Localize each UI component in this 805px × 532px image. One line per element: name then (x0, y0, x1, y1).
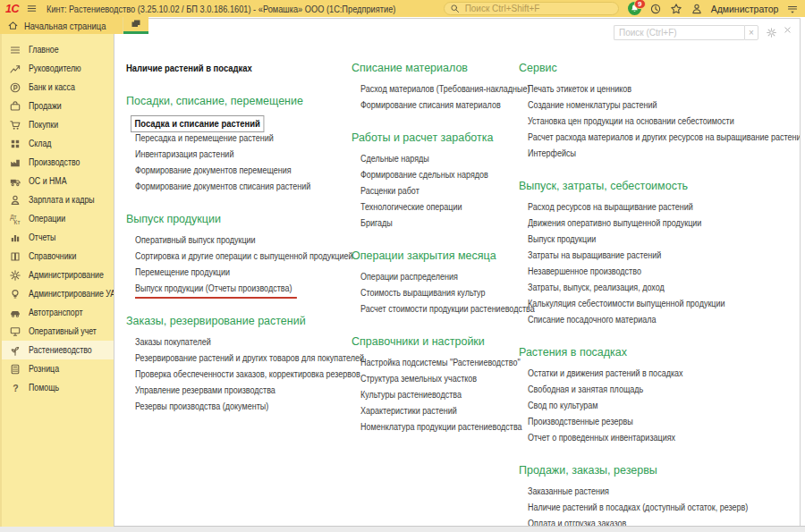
menu-item[interactable]: Расчет расхода материалов и других ресур… (519, 131, 787, 147)
main-menu-icon[interactable] (26, 3, 38, 14)
menu-item[interactable]: Свободная и занятая площадь (519, 383, 787, 399)
panel-gear-icon[interactable] (766, 27, 777, 38)
menu-item[interactable]: Незавершенное производство (519, 265, 787, 281)
menu-item[interactable]: Инвентаризация растений (126, 148, 350, 164)
sidebar-item-manager[interactable]: Руководителю (2, 59, 114, 78)
current-user[interactable]: Администратор (711, 4, 779, 14)
sidebar-item-label: Отчеты (29, 232, 55, 242)
menu-item[interactable]: Заказанные растения (519, 485, 787, 501)
menu-item[interactable]: Настройка подсистемы "Растениеводство" (352, 356, 535, 372)
menu-item[interactable]: Номенклатура продукции растениеводства (352, 420, 535, 436)
menu-item[interactable]: Бригады (352, 216, 535, 232)
menu-item[interactable]: Производственные резервы (519, 415, 787, 431)
sidebar-item-main[interactable]: Главное (2, 40, 114, 59)
menu-item[interactable]: Операции распределения (352, 270, 535, 286)
menu-item-label: Движения оперативно выпущенной продукции (528, 216, 701, 230)
menu-item-label: Формирование документов перемещения (135, 164, 292, 177)
sidebar-item-bank-cash[interactable]: Банк и касса (2, 78, 114, 97)
tab-home-page[interactable]: Начальная страница (0, 17, 123, 34)
menu-item[interactable]: Свод по культурам (519, 399, 787, 415)
menu-item[interactable]: Интерфейсы (519, 147, 787, 163)
menu-section: Растения в посадкахОстатки и движения ра… (519, 346, 787, 447)
sidebar-item-crop-production[interactable]: Растениеводство (2, 341, 114, 359)
menu-item[interactable]: Пересадка и перемещение растений (126, 131, 350, 148)
menu-item-label: Расход материалов (Требования-накладные) (360, 82, 530, 96)
menu-item[interactable]: Движения оперативно выпущенной продукции (519, 216, 787, 232)
menu-item[interactable]: Формирование документов списания растени… (126, 180, 350, 196)
menu-item[interactable]: Культуры растениеводства (352, 388, 535, 404)
menu-item[interactable]: Управление резервами производства (126, 384, 350, 400)
global-search-input[interactable] (463, 3, 613, 14)
sidebar-item-purchases[interactable]: Покупки (2, 115, 114, 134)
menu-item[interactable]: Формирование документов перемещения (126, 164, 350, 180)
sidebar-item-fixed-assets[interactable]: ОС и НМА (2, 172, 114, 190)
sidebar-item-operations[interactable]: ДтКтОперации (2, 209, 114, 228)
menu-item-label: Характеристики растений (360, 404, 457, 418)
sidebar-item-operational-accounting[interactable]: Оперативный учет (2, 322, 114, 341)
sidebar-item-help[interactable]: ?Помощь (2, 378, 114, 397)
menu-item[interactable]: Заказы покупателей (126, 335, 350, 351)
menu-item-label: Выпуск продукции (528, 232, 596, 246)
panel-close-icon[interactable] (783, 25, 792, 35)
menu-item[interactable]: Установка цен продукции на основании себ… (519, 114, 787, 131)
menu-item-label: Пересадка и перемещение растений (135, 131, 274, 145)
tab-active-section[interactable] (123, 17, 148, 34)
sidebar-item-catalogs[interactable]: Справочники (2, 247, 114, 266)
sidebar-item-sales[interactable]: Продажи (2, 97, 114, 115)
menu-item[interactable]: Характеристики растений (352, 404, 535, 420)
menu-item[interactable]: Структура земельных участков (352, 372, 535, 388)
menu-item[interactable]: Технологические операции (352, 200, 535, 216)
menu-item[interactable]: Расценки работ (352, 184, 535, 200)
panel-search-input[interactable] (614, 25, 744, 40)
sidebar-item-production[interactable]: Производство (2, 153, 114, 172)
menu-item[interactable]: Формирование списания материалов (352, 98, 535, 114)
menu-item-label: Остатки и движения растений в посадках (528, 367, 683, 380)
menu-item[interactable]: Посадка и списание растений (126, 115, 350, 131)
menu-item[interactable]: Расход ресурсов на выращивание растений (519, 200, 787, 216)
favorites-star-icon[interactable] (670, 3, 682, 15)
menu-item[interactable]: Сортировка и другие операции с выпущенно… (126, 249, 350, 266)
menu-item[interactable]: Расчет стоимости продукции растениеводст… (352, 302, 535, 318)
menu-item[interactable]: Перемещение продукции (126, 266, 350, 282)
sidebar-item-label: Автотранспорт (29, 308, 82, 317)
menu-item-label: Формирование сдельных нарядов (360, 168, 488, 182)
menu-item[interactable]: Остатки и движения растений в посадках (519, 367, 787, 383)
sidebar-item-warehouse[interactable]: Склад (2, 134, 114, 153)
global-search[interactable] (444, 2, 619, 15)
menu-item[interactable]: Создание номенклатуры растений (519, 98, 787, 114)
menu-item[interactable]: Выпуск продукции (519, 232, 787, 249)
menu-item[interactable]: Формирование сдельных нарядов (352, 168, 535, 184)
menu-item[interactable]: Оперативный выпуск продукции (126, 233, 350, 249)
section-header: Продажи, заказы, резервы (519, 464, 787, 477)
menu-item[interactable]: Калькуляция себестоимости выпущенной про… (519, 297, 787, 313)
menu-item[interactable]: Расход материалов (Требования-накладные) (352, 82, 535, 98)
menu-item[interactable]: Выпуск продукции (Отчеты производства) (126, 282, 350, 298)
sidebar-item-transport[interactable]: Автотранспорт (2, 303, 114, 322)
sidebar-item-label: Администрирование УАУ (29, 289, 114, 299)
menu-item[interactable]: Проверка обеспеченности заказов, коррект… (126, 367, 350, 384)
menu-item[interactable]: Наличие растений в посадках (126, 62, 350, 78)
briefcase-icon (9, 100, 21, 113)
notifications-bell-icon[interactable]: 9 (628, 2, 641, 15)
sidebar-item-payroll[interactable]: Зарплата и кадры (2, 190, 114, 209)
menu-item[interactable]: Сдельные наряды (352, 152, 535, 168)
menu-item[interactable]: Резервы производства (документы) (126, 400, 350, 416)
history-icon[interactable] (649, 3, 662, 15)
menu-item[interactable]: Отчет о проведенных инвентаризациях (519, 431, 787, 447)
menu-item[interactable]: Затраты на выращивание растений (519, 249, 787, 265)
user-icon[interactable] (691, 3, 703, 15)
sidebar-item-label: Производство (29, 157, 80, 167)
menu-item[interactable]: Стоимость выращивания культур (352, 286, 535, 302)
menu-item[interactable]: Наличие растений в посадках (доступный о… (519, 501, 787, 517)
menu-item[interactable]: Списание посадочного материала (519, 313, 787, 329)
sidebar-item-retail[interactable]: Розница (2, 359, 114, 378)
menu-item[interactable]: Печать этикеток и ценников (519, 82, 787, 98)
sidebar-item-administration[interactable]: Администрирование (2, 266, 114, 284)
menu-item[interactable]: Затраты, выпуск, реализация, доход (519, 281, 787, 297)
menu-item-label: Свод по культурам (528, 399, 598, 412)
sidebar-item-administration-uau[interactable]: Администрирование УАУ (2, 284, 114, 303)
sidebar-item-reports[interactable]: Отчеты (2, 228, 114, 247)
panel-search-clear-icon[interactable]: × (744, 25, 758, 40)
menu-item[interactable]: Резервирование растений и других товаров… (126, 351, 350, 367)
service-menu-icon[interactable] (786, 3, 799, 15)
